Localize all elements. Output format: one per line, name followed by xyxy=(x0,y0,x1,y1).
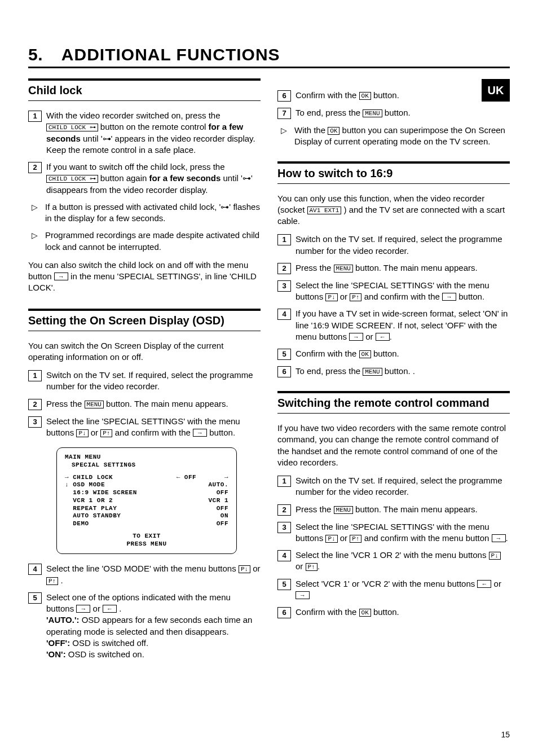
step: 2 Press the MENU button. The main menu a… xyxy=(28,398,261,410)
arrow-right-button: → xyxy=(54,272,68,280)
ok-button-label: OK xyxy=(359,92,371,100)
av1-ext1-label: AV1 EXT1 xyxy=(307,206,342,214)
p-up-button: P↑ xyxy=(350,535,361,543)
page-number: 15 xyxy=(501,730,510,739)
step: 1 With the video recorder switched on, p… xyxy=(28,110,261,156)
arrow-right-button: → xyxy=(296,591,310,599)
heading-child-lock: Child lock xyxy=(28,78,261,97)
p-down-button: P↓ xyxy=(76,429,88,437)
body-text: You can only use this function, when the… xyxy=(277,193,510,227)
chapter-title: 5. ADDITIONAL FUNCTIONS xyxy=(28,45,510,64)
osd-row: 16:9 WIDE SCREENOFF xyxy=(65,489,228,497)
menu-button-label: MENU xyxy=(85,401,104,408)
p-down-button: P↓ xyxy=(489,552,501,560)
p-up-button: P↑ xyxy=(350,293,361,301)
step-text: If you want to switch off the child lock… xyxy=(46,161,261,196)
p-up-button: P↑ xyxy=(306,563,317,571)
p-down-button: P↓ xyxy=(239,565,250,573)
ok-button-label: OK xyxy=(359,609,371,617)
p-up-button: P↑ xyxy=(46,577,58,585)
step: 2 If you want to switch off the child lo… xyxy=(28,161,261,196)
arrow-right-button: → xyxy=(492,534,506,542)
p-down-button: P↓ xyxy=(325,293,337,301)
menu-button-label: MENU xyxy=(363,109,382,117)
step: 3 Select the line 'SPECIAL SETTINGS' wit… xyxy=(28,416,261,439)
ok-button-label: OK xyxy=(359,350,371,358)
arrow-left-button: ← xyxy=(376,333,390,341)
chapter-rule xyxy=(28,67,510,68)
osd-row: ↓ OSD MODEAUTO. xyxy=(65,481,228,489)
step-number: 2 xyxy=(28,162,42,173)
osd-row: DEMOOFF xyxy=(65,520,228,528)
chapter-number: 5. xyxy=(28,45,56,64)
note: ▷ With the OK button you can superimpose… xyxy=(277,125,510,148)
p-down-button: P↓ xyxy=(325,535,337,543)
note-icon: ▷ xyxy=(28,230,41,253)
osd-row: VCR 1 OR 2VCR 1 xyxy=(65,497,228,505)
arrow-right-button: → xyxy=(193,429,207,437)
heading-remote-command: Switching the remote control command xyxy=(277,391,510,410)
right-column: 6 Confirm with the OK button. 7 To end, … xyxy=(277,78,510,666)
chapter-name: ADDITIONAL FUNCTIONS xyxy=(61,45,280,64)
step-number: 1 xyxy=(28,111,42,122)
heading-osd: Setting the On Screen Display (OSD) xyxy=(28,309,261,327)
osd-row: REPEAT PLAYOFF xyxy=(65,505,228,513)
p-up-button: P↑ xyxy=(100,429,112,437)
note: ▷ Programmed recordings are made despite… xyxy=(28,230,261,253)
note-icon: ▷ xyxy=(277,125,290,148)
step: 7 To end, press the MENU button. xyxy=(277,107,510,119)
step: 6 Confirm with the OK button. xyxy=(277,90,510,102)
heading-16-9: How to switch to 16:9 xyxy=(277,161,510,180)
step: 5 Select one of the options indicated wi… xyxy=(28,592,261,661)
step: 1 Switch on the TV set. If required, sel… xyxy=(28,370,261,393)
region-badge: UK xyxy=(482,79,510,102)
body-text: You can switch the On Screen Display of … xyxy=(28,340,261,363)
step: 4 Select the line 'OSD MODE' with the me… xyxy=(28,563,261,586)
child-lock-button-label: CHILD LOCK ⊶ xyxy=(46,124,98,131)
menu-button-label: MENU xyxy=(334,265,353,272)
note-icon: ▷ xyxy=(28,202,41,225)
left-column: Child lock 1 With the video recorder swi… xyxy=(28,78,261,666)
note: ▷ If a button is pressed with activated … xyxy=(28,201,261,225)
step-text: With the video recorder switched on, pre… xyxy=(46,110,261,156)
body-text: You can also switch the child lock on an… xyxy=(28,260,261,294)
arrow-right-button: → xyxy=(349,333,363,341)
osd-row: → CHILD LOCK← OFF → xyxy=(65,474,228,482)
ok-button-label: OK xyxy=(328,127,339,135)
body-text: If you have two video recorders with the… xyxy=(277,423,510,468)
menu-button-label: MENU xyxy=(334,506,353,514)
arrow-left-button: ← xyxy=(477,580,491,588)
child-lock-button-label: CHILD LOCK ⊶ xyxy=(46,175,98,183)
arrow-right-button: → xyxy=(76,605,90,613)
osd-row: AUTO STANDBYON xyxy=(65,512,228,520)
arrow-left-button: ← xyxy=(103,605,117,613)
osd-menu-panel: MAIN MENU SPECIAL SETTINGS → CHILD LOCK←… xyxy=(56,447,237,554)
menu-button-label: MENU xyxy=(363,368,382,376)
arrow-right-button: → xyxy=(442,293,456,301)
